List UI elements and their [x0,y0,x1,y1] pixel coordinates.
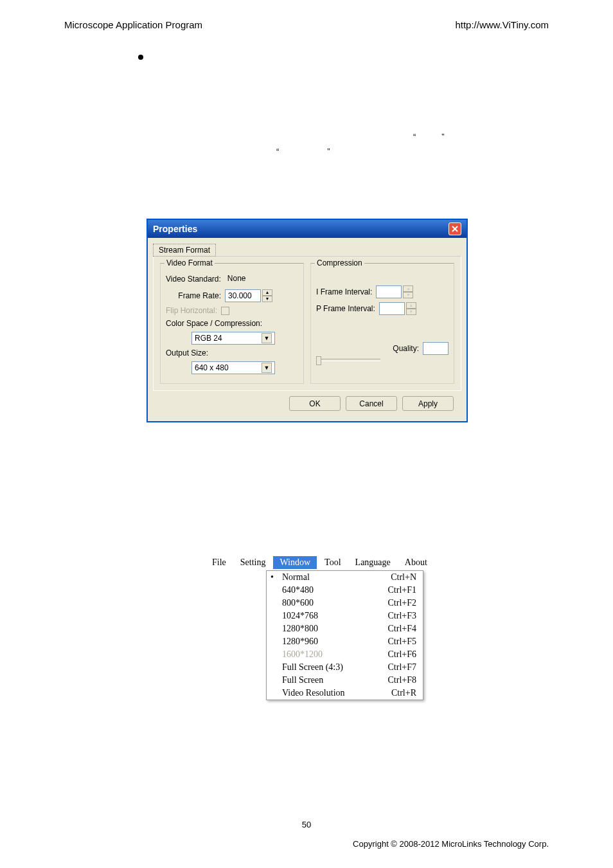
i-frame-input[interactable] [376,285,402,298]
header-right: http://www.ViTiny.com [455,19,549,30]
menu-item[interactable]: Video ResolutionCtrl+R [267,687,423,700]
menu-item[interactable]: 1280*800Ctrl+F4 [267,622,423,635]
menu-item-label: 1280*800 [282,624,388,634]
menu-item-shortcut: Ctrl+F7 [388,662,416,673]
check-mark-icon [271,624,282,634]
properties-dialog: Properties Stream Format Video Format Vi… [147,219,468,422]
cancel-button[interactable]: Cancel [346,396,397,411]
quote-marks: “” [276,147,378,156]
chevron-down-icon: ▼ [262,363,272,373]
group-title: Video Format [164,258,215,267]
menu-item-label: 1024*768 [282,611,388,621]
p-frame-input[interactable] [379,302,405,315]
frame-rate-input[interactable]: 30.000 [225,289,261,302]
check-mark-icon: • [271,572,282,583]
menu-item[interactable]: 640*480Ctrl+F1 [267,584,423,597]
frame-rate-spinner[interactable]: ▲▼ [262,289,272,302]
menu-tool[interactable]: Tool [318,556,347,569]
check-mark-icon [271,637,282,647]
menu-item-shortcut: Ctrl+F8 [388,675,416,685]
menu-item-label: Video Resolution [282,688,391,698]
check-mark-icon [271,662,282,673]
video-standard-label: Video Standard: [166,275,221,284]
menu-item-label: 640*480 [282,585,388,595]
quality-input[interactable] [423,342,449,355]
dialog-titlebar: Properties [148,220,466,238]
check-mark-icon [271,675,282,685]
check-mark-icon [271,649,282,660]
menu-item[interactable]: •NormalCtrl+N [267,571,423,584]
menu-item[interactable]: Full ScreenCtrl+F8 [267,674,423,687]
dialog-title-text: Properties [153,224,197,234]
p-frame-label: P Frame Interval: [316,304,375,313]
footer-copyright: Copyright © 2008-2012 MicroLinks Technol… [353,839,549,849]
menu-item-label: 800*600 [282,598,388,608]
ok-button[interactable]: OK [289,396,341,411]
output-size-label: Output Size: [166,348,208,357]
quality-slider[interactable] [316,359,380,361]
menu-item-label: 1280*960 [282,637,388,647]
page-number: 50 [302,820,311,829]
compression-group: Compression I Frame Interval: ▲▼ P Frame… [310,263,454,384]
menu-window[interactable]: Window [273,556,317,569]
menu-item-shortcut: Ctrl+R [391,688,416,698]
menu-item-label: Normal [282,572,391,583]
flip-horizontal-label: Flip Horizontal: [166,306,217,315]
tab-stream-format[interactable]: Stream Format [153,244,216,257]
group-title: Compression [315,258,364,267]
menu-item-label: 1600*1200 [282,649,388,660]
i-frame-label: I Frame Interval: [316,287,372,296]
color-space-label: Color Space / Compression: [166,319,262,328]
flip-horizontal-checkbox [221,307,229,315]
menu-item[interactable]: 800*600Ctrl+F2 [267,597,423,610]
menu-item: 1600*1200Ctrl+F6 [267,648,423,661]
check-mark-icon [271,611,282,621]
close-icon[interactable] [449,222,461,235]
menu-setting[interactable]: Setting [234,556,272,569]
window-dropdown: •NormalCtrl+N640*480Ctrl+F1800*600Ctrl+F… [266,570,423,700]
apply-button[interactable]: Apply [402,396,454,411]
bullet-icon [138,55,143,60]
menu-item-shortcut: Ctrl+N [391,572,416,583]
menu-about[interactable]: About [398,556,434,569]
menu-item-shortcut: Ctrl+F5 [388,637,416,647]
menu-item-shortcut: Ctrl+F1 [388,585,416,595]
menu-item-shortcut: Ctrl+F3 [388,611,416,621]
menu-item[interactable]: 1280*960Ctrl+F5 [267,635,423,648]
slider-thumb[interactable] [316,356,321,365]
menu-file[interactable]: File [206,556,233,569]
quality-label: Quality: [393,344,419,353]
header-left: Microscope Application Program [64,19,202,30]
check-mark-icon [271,598,282,608]
menu-item-label: Full Screen (4:3) [282,662,388,673]
quote-marks: “” [413,132,470,141]
output-size-dropdown[interactable]: 640 x 480 ▼ [191,361,275,374]
menu-bar: File Setting Window Tool Language About [206,556,434,569]
check-mark-icon [271,585,282,595]
color-space-dropdown[interactable]: RGB 24 ▼ [191,332,275,345]
menu-item-shortcut: Ctrl+F6 [388,649,416,660]
frame-rate-label: Frame Rate: [166,291,221,300]
chevron-down-icon: ▼ [262,333,272,343]
i-frame-spinner: ▲▼ [403,285,413,298]
video-standard-value: None [225,273,263,285]
menu-item-shortcut: Ctrl+F2 [388,598,416,608]
p-frame-spinner: ▲▼ [406,302,416,315]
menu-item[interactable]: 1024*768Ctrl+F3 [267,610,423,622]
menu-language[interactable]: Language [349,556,397,569]
menu-item[interactable]: Full Screen (4:3)Ctrl+F7 [267,661,423,674]
check-mark-icon [271,688,282,698]
video-format-group: Video Format Video Standard: None Frame … [160,263,304,384]
menu-item-label: Full Screen [282,675,388,685]
menu-item-shortcut: Ctrl+F4 [388,624,416,634]
